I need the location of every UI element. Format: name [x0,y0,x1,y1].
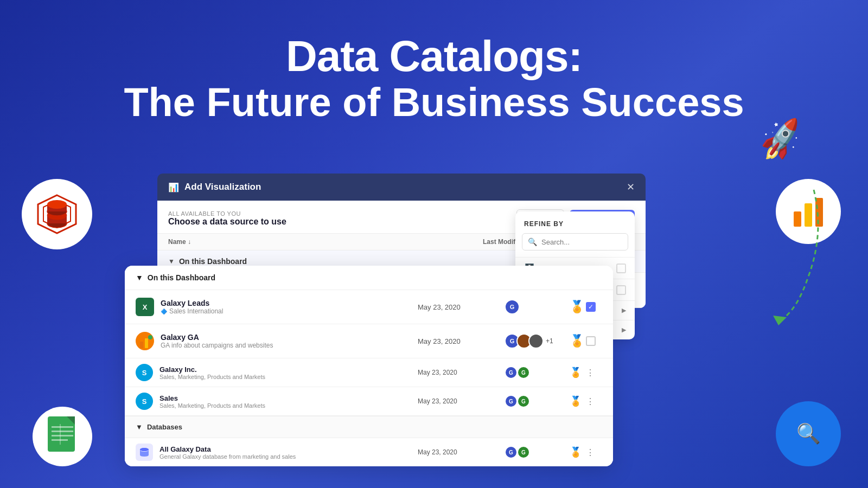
row-date: May 23, 2020 [418,337,505,345]
salesforce-icon2: S [136,393,153,410]
expand-arrow-icon: ▶ [622,307,626,314]
award-icon: 🏅 [570,367,586,378]
row-date: May 23, 2020 [418,369,505,376]
row-access: G [505,299,570,314]
svg-rect-11 [52,431,73,432]
avatar-g: G [505,299,520,314]
row-sub: Sales, Marketing, Products and Markets [159,402,265,409]
avatar-dark [528,333,544,349]
row-access: G +1 [505,333,570,349]
row-sub: 🔷 Sales International [161,307,223,315]
award-icon: 🏅 [570,334,586,348]
row-date: May 23, 2020 [418,303,505,311]
svg-rect-8 [48,416,75,452]
row-name: Sales [159,394,265,402]
svg-point-7 [47,200,67,209]
rocket-icon: 🚀 [756,116,806,164]
right-hex-icon: 🔍 [776,401,841,466]
row-checkbox[interactable] [586,336,596,346]
refine-header: REFINE BY [515,211,635,233]
section-title: On this Dashboard [148,273,215,282]
refine-search-input[interactable] [541,238,622,246]
name-column-header: Name ↓ [168,238,483,246]
table-row[interactable]: S Galaxy Inc. Sales, Marketing, Products… [125,358,613,387]
float-panel: ▼ On this Dashboard X Galaxy Leads 🔷 Sal… [125,266,613,466]
svg-rect-20 [145,338,148,348]
award-icon: 🏅 [570,395,586,407]
choose-label: Choose a data source to use [168,217,286,227]
row-date: May 23, 2020 [418,397,505,405]
databases-title: Databases [147,423,182,431]
left-db-icon [22,179,92,249]
svg-point-23 [140,448,149,451]
search-icon: 🔍 [528,237,537,246]
section-arrow-icon: ▼ [168,258,175,265]
modal-title: Add Visualization [184,182,261,192]
visualization-icon: 📊 [168,182,179,192]
left-sheets-icon [33,407,92,466]
row-name: Galaxy Leads [161,299,223,307]
row-name: Galaxy GA [161,333,273,342]
avatar-g: G [505,366,518,379]
section-collapse-icon: ▼ [136,423,143,431]
table-row[interactable]: X Galaxy Leads 🔷 Sales International May… [125,290,613,324]
section-collapse-icon: ▼ [136,273,143,282]
available-label: ALL AVAILABLE TO YOU [168,210,286,217]
table-row[interactable]: All Galaxy Data General Galaxy database … [125,438,613,466]
float-section-header[interactable]: ▼ On this Dashboard [125,266,613,290]
expand-arrow-icon: ▶ [622,326,626,333]
award-icon: 🏅 [570,446,586,458]
award-icon: 🏅 [570,300,586,314]
row-name: Galaxy Inc. [159,365,265,374]
refine-search[interactable]: 🔍 [522,233,628,251]
title-area: Data Catalogs: The Future of Business Su… [0,0,868,146]
row-access: G G [505,366,570,379]
title-line2: The Future of Business Success [0,80,868,124]
row-access: G G [505,446,570,459]
svg-rect-12 [52,435,73,436]
more-menu-icon[interactable]: ⋮ [586,447,602,458]
row-sub: Sales, Marketing, Products and Markets [159,374,265,380]
svg-point-21 [148,335,152,339]
row-sub: GA info about campaigns and websites [161,342,273,349]
svg-rect-13 [52,439,68,441]
databases-section-header[interactable]: ▼ Databases [125,416,613,438]
modal-header: 📊 Add Visualization ✕ [157,174,646,201]
database-icon [136,444,153,461]
row-name: All Galaxy Data [159,445,296,453]
ml-models-checkbox[interactable] [616,285,626,295]
row-date: May 23, 2020 [418,448,505,456]
ga-icon [136,332,154,350]
row-sub: General Galaxy database from marketing a… [159,453,296,460]
svg-marker-18 [773,316,787,325]
table-row[interactable]: S Sales Sales, Marketing, Products and M… [125,387,613,416]
avatar-g2: G [517,446,530,459]
extra-count-badge: +1 [546,337,553,345]
avatar-g2: G [517,366,530,379]
table-row[interactable]: Galaxy GA GA info about campaigns and we… [125,324,613,358]
avatar-g: G [505,395,518,408]
svg-rect-19 [140,342,143,348]
row-checkbox[interactable]: ✓ [586,302,596,312]
salesforce-icon: S [136,364,153,381]
svg-rect-10 [52,426,73,428]
row-access: G G [505,395,570,408]
title-line1: Data Catalogs: [0,33,868,80]
excel-icon: X [136,298,154,316]
more-menu-icon[interactable]: ⋮ [586,368,602,378]
avatar-g2: G [517,395,530,408]
data-sources-checkbox[interactable] [616,264,626,273]
avatar-g: G [505,446,518,459]
more-menu-icon[interactable]: ⋮ [586,396,602,407]
close-button[interactable]: ✕ [627,181,635,193]
